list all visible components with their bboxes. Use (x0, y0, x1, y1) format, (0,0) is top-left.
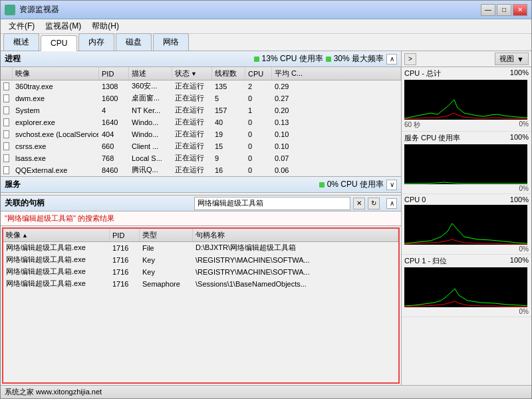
tab-bar: 概述 CPU 内存 磁盘 网络 (1, 34, 531, 51)
row-check[interactable] (1, 152, 13, 164)
handle-table-row[interactable]: 网络编辑超级工具箱.exe 1716 Key \REGISTRY\MACHINE… (3, 266, 398, 278)
process-col-avg: 平均 C... (272, 67, 401, 80)
service-cpu-chart-labels: 服务 CPU 使用率 100% (404, 133, 529, 143)
row-threads: 135 (212, 80, 245, 92)
process-col-desc: 描述 (129, 67, 172, 80)
cpu-total-chart-title: CPU - 总计 (404, 68, 441, 78)
cpu1-chart-max: 100% (510, 256, 529, 266)
service-section-header[interactable]: 服务 0% CPU 使用率 ∨ (1, 177, 401, 193)
right-panel-header: > 视图 ▼ (402, 51, 531, 67)
menu-monitor[interactable]: 监视器(M) (40, 19, 86, 33)
row-check[interactable] (1, 116, 13, 128)
status-bar: 系统之家 www.xitongzhijia.net (1, 385, 531, 398)
service-cpu-chart (404, 144, 527, 184)
row-check[interactable] (1, 92, 13, 104)
row-image: 360tray.exe (13, 80, 99, 92)
minimize-button[interactable]: — (481, 4, 495, 16)
table-row[interactable]: System 4 NT Ker... 正在运行 157 1 0.20 (1, 104, 401, 116)
cpu1-time-label: 0% (404, 308, 529, 315)
handle-search-refresh-button[interactable]: ↻ (368, 198, 380, 209)
handle-table-body: 网络编辑超级工具箱.exe 1716 File D:\BJXTR\网络编辑超级工… (3, 242, 398, 290)
cpu0-chart-labels: CPU 0 100% (404, 196, 529, 203)
process-freq-status: 30% 最大频率 (334, 53, 384, 65)
menu-file[interactable]: 文件(F) (3, 19, 40, 33)
app-icon (5, 5, 15, 15)
cpu-total-time-label: 60 秒 0% (404, 120, 529, 130)
process-section: 进程 13% CPU 使用率 30% 最大频率 ∧ 映像 PID 描述 (1, 51, 401, 177)
tab-disk[interactable]: 磁盘 (116, 33, 152, 51)
row-avg: 0.29 (272, 80, 401, 92)
right-expand-button[interactable]: > (404, 53, 416, 65)
title-bar: 资源监视器 — □ ✕ (1, 1, 531, 19)
process-section-status: 13% CPU 使用率 30% 最大频率 (254, 53, 384, 65)
service-cpu-chart-title: 服务 CPU 使用率 (404, 133, 460, 143)
process-col-check (1, 67, 13, 80)
right-panel: > 视图 ▼ CPU - 总计 100% (402, 51, 531, 385)
process-col-cpu: CPU (245, 67, 272, 80)
table-row[interactable]: csrss.exe 660 Client ... 正在运行 15 0 0.10 (1, 140, 401, 152)
tab-overview[interactable]: 概述 (3, 33, 39, 51)
process-section-header[interactable]: 进程 13% CPU 使用率 30% 最大频率 ∧ (1, 51, 401, 67)
handle-col-pid: PID (110, 229, 140, 241)
row-pid: 1308 (99, 80, 129, 92)
row-check[interactable] (1, 164, 13, 176)
table-row[interactable]: QQExternal.exe 8460 腾讯Q... 正在运行 16 0 0.0… (1, 164, 401, 176)
handle-table-wrap: 映像 ▲ PID 类型 句柄名称 网络编辑超级工具箱.exe 1716 File… (2, 227, 400, 384)
row-check[interactable] (1, 128, 13, 140)
handle-collapse-button[interactable]: ∧ (386, 198, 397, 209)
table-row[interactable]: 360tray.exe 1308 360安... 正在运行 135 2 0.29 (1, 80, 401, 92)
table-row[interactable]: explorer.exe 1640 Windo... 正在运行 40 0 0.1… (1, 116, 401, 128)
tab-cpu[interactable]: CPU (41, 35, 77, 51)
cpu1-chart-section: CPU 1 - 归位 100% 0% (402, 255, 531, 317)
row-desc: 360安... (129, 80, 172, 92)
close-button[interactable]: ✕ (513, 4, 527, 16)
handle-col-image: 映像 ▲ (3, 229, 110, 241)
process-freq-indicator (326, 57, 331, 62)
service-section: 服务 0% CPU 使用率 ∨ (1, 177, 401, 196)
chevron-down-icon: ▼ (517, 55, 524, 63)
menu-bar: 文件(F) 监视器(M) 帮助(H) (1, 19, 531, 34)
handle-section-header[interactable]: 关联的句柄 ✕ ↻ ∧ (1, 196, 401, 211)
handle-table-row[interactable]: 网络编辑超级工具箱.exe 1716 File D:\BJXTR\网络编辑超级工… (3, 242, 398, 254)
cpu0-chart-section: CPU 0 100% 0% (402, 194, 531, 255)
menu-help[interactable]: 帮助(H) (86, 19, 124, 33)
cpu-total-chart-labels: CPU - 总计 100% (404, 68, 529, 78)
handle-col-type: 类型 (140, 229, 193, 241)
maximize-button[interactable]: □ (497, 4, 511, 16)
tab-memory[interactable]: 内存 (78, 33, 114, 51)
service-cpu-chart-section: 服务 CPU 使用率 100% 0% (402, 132, 531, 194)
table-row[interactable]: svchost.exe (LocalServiceN... 404 Windo.… (1, 128, 401, 140)
table-row[interactable]: lsass.exe 768 Local S... 正在运行 9 0 0.07 (1, 152, 401, 164)
process-col-status: 状态 ▼ (172, 67, 212, 80)
handle-table-row[interactable]: 网络编辑超级工具箱.exe 1716 Key \REGISTRY\MACHINE… (3, 254, 398, 266)
service-cpu-time-label: 0% (404, 185, 529, 192)
process-col-pid: PID (99, 67, 129, 80)
service-section-status: 0% CPU 使用率 (319, 179, 384, 190)
process-cpu-status: 13% CPU 使用率 (262, 53, 323, 65)
handle-section-title: 关联的句柄 (5, 198, 190, 209)
right-view-button[interactable]: 视图 ▼ (495, 53, 529, 65)
service-collapse-button[interactable]: ∨ (386, 180, 397, 190)
row-check[interactable] (1, 104, 13, 116)
main-content: 进程 13% CPU 使用率 30% 最大频率 ∧ 映像 PID 描述 (1, 51, 531, 385)
process-table-body: 360tray.exe 1308 360安... 正在运行 135 2 0.29… (1, 80, 401, 176)
cpu1-chart (404, 267, 527, 307)
cpu-total-chart-section: CPU - 总计 100% 60 秒 0% (402, 67, 531, 132)
process-col-image: 映像 (13, 67, 99, 80)
cpu0-chart-title: CPU 0 (404, 196, 426, 203)
service-cpu-chart-max: 100% (510, 133, 529, 143)
handle-col-name: 句柄名称 (193, 229, 398, 241)
process-table-header: 映像 PID 描述 状态 ▼ 线程数 CPU 平均 C... (1, 67, 401, 80)
row-check[interactable] (1, 140, 13, 152)
handle-search-input[interactable] (194, 197, 350, 210)
table-row[interactable]: dwm.exe 1600 桌面窗... 正在运行 5 0 0.27 (1, 92, 401, 104)
window-title: 资源监视器 (19, 4, 481, 15)
tab-network[interactable]: 网络 (153, 33, 189, 51)
cpu0-time-label: 0% (404, 245, 529, 253)
row-check[interactable] (1, 80, 13, 92)
process-collapse-button[interactable]: ∧ (386, 54, 397, 65)
row-status: 正在运行 (172, 80, 212, 92)
handle-search-clear-button[interactable]: ✕ (353, 198, 365, 209)
handle-table-row[interactable]: 网络编辑超级工具箱.exe 1716 Semaphore \Sessions\1… (3, 278, 398, 290)
handle-section: 关联的句柄 ✕ ↻ ∧ "网络编辑超级工具箱" 的搜索结果 映像 (1, 196, 401, 385)
